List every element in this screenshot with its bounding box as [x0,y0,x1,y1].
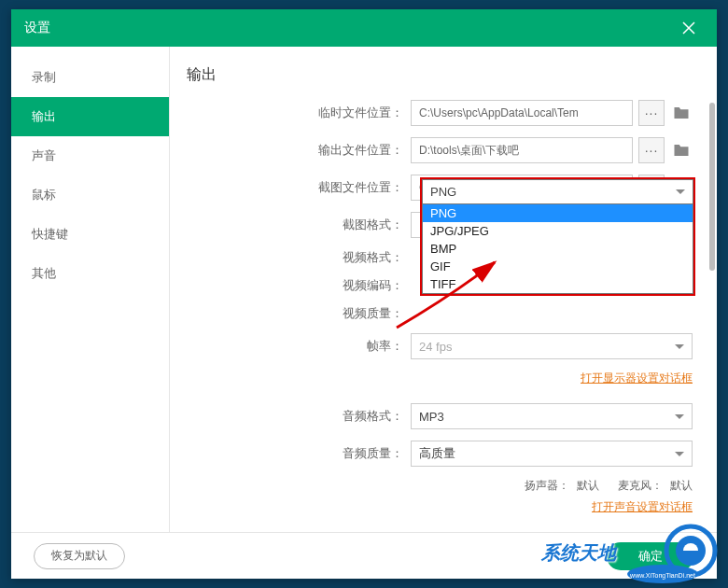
folder-icon [673,105,690,120]
select-audio-format[interactable]: MP3 [411,403,693,429]
link-row-display: 打开显示器设置对话框 [187,371,693,386]
browse-button[interactable]: ··· [638,100,665,126]
label-output-location: 输出文件位置： [187,142,411,159]
row-temp-location: 临时文件位置： ··· [187,100,693,126]
chevron-down-icon [675,452,684,456]
footer: 恢复为默认 确定 [11,532,717,579]
input-temp-location[interactable] [411,100,633,126]
label-fps: 帧率： [187,338,411,355]
link-sound-settings[interactable]: 打开声音设置对话框 [592,499,693,515]
chevron-down-icon [675,414,684,419]
label-audio-format: 音频格式： [187,408,411,425]
sidebar-label: 录制 [32,70,56,84]
select-fps[interactable]: 24 fps [411,333,693,359]
sidebar-label: 声音 [32,148,56,162]
screenshot-format-dropdown: PNG PNG JPG/JPEG BMP GIF TIFF [420,177,695,296]
mic-value: 默认 [670,478,693,494]
speaker-info-row: 扬声器：默认 麦克风：默认 [187,478,693,494]
sidebar: 录制 输出 声音 鼠标 快捷键 其他 [11,47,170,532]
section-title-output: 输出 [187,65,693,85]
chevron-down-icon [676,189,685,194]
speaker-value: 默认 [577,478,599,494]
speaker-label: 扬声器： [525,478,569,494]
ok-button[interactable]: 确定 [607,542,694,570]
sidebar-item-hotkeys[interactable]: 快捷键 [11,215,169,254]
sidebar-label: 快捷键 [32,227,68,241]
window-title: 设置 [24,20,50,36]
dropdown-selected[interactable]: PNG [422,179,693,203]
sidebar-item-mouse[interactable]: 鼠标 [11,175,169,215]
label-screenshot-location: 截图文件位置： [187,179,411,196]
open-folder-button[interactable] [670,102,693,124]
sidebar-label: 鼠标 [32,188,56,202]
close-icon [682,21,695,35]
sidebar-item-output[interactable]: 输出 [11,97,169,136]
label-screenshot-format: 截图格式： [187,217,411,233]
sidebar-label: 其他 [32,266,56,280]
row-video-quality: 视频质量： [187,305,693,322]
row-output-location: 输出文件位置： ··· [187,137,693,163]
sidebar-item-record[interactable]: 录制 [11,58,169,97]
mic-label: 麦克风： [618,478,663,494]
scrollbar-thumb[interactable] [709,103,715,271]
dropdown-option-png[interactable]: PNG [423,204,693,222]
label-video-format: 视频格式： [187,249,411,266]
close-button[interactable] [674,13,704,43]
titlebar: 设置 [11,9,717,47]
label-video-encoding: 视频编码： [187,277,411,294]
dropdown-option-jpg[interactable]: JPG/JPEG [423,222,693,240]
row-fps: 帧率： 24 fps [187,333,693,359]
input-output-location[interactable] [411,137,633,163]
row-audio-quality: 音频质量： 高质量 [187,441,693,467]
dropdown-option-bmp[interactable]: BMP [423,240,693,258]
row-audio-format: 音频格式： MP3 [187,403,693,429]
chevron-down-icon [675,344,684,349]
label-video-quality: 视频质量： [187,305,411,322]
restore-defaults-button[interactable]: 恢复为默认 [34,543,125,569]
label-audio-quality: 音频质量： [187,445,411,462]
link-row-sound: 打开声音设置对话框 [187,499,693,515]
sidebar-label: 输出 [32,109,56,123]
link-display-settings[interactable]: 打开显示器设置对话框 [581,371,693,386]
dropdown-list: PNG JPG/JPEG BMP GIF TIFF [422,203,693,294]
dropdown-option-gif[interactable]: GIF [423,258,693,275]
sidebar-item-other[interactable]: 其他 [11,254,169,293]
select-audio-quality[interactable]: 高质量 [411,441,693,467]
folder-icon [673,143,690,158]
open-folder-button[interactable] [670,139,693,161]
label-temp-location: 临时文件位置： [187,105,411,121]
dropdown-option-tiff[interactable]: TIFF [423,275,693,293]
browse-button[interactable]: ··· [638,137,665,163]
sidebar-item-sound[interactable]: 声音 [11,136,169,175]
